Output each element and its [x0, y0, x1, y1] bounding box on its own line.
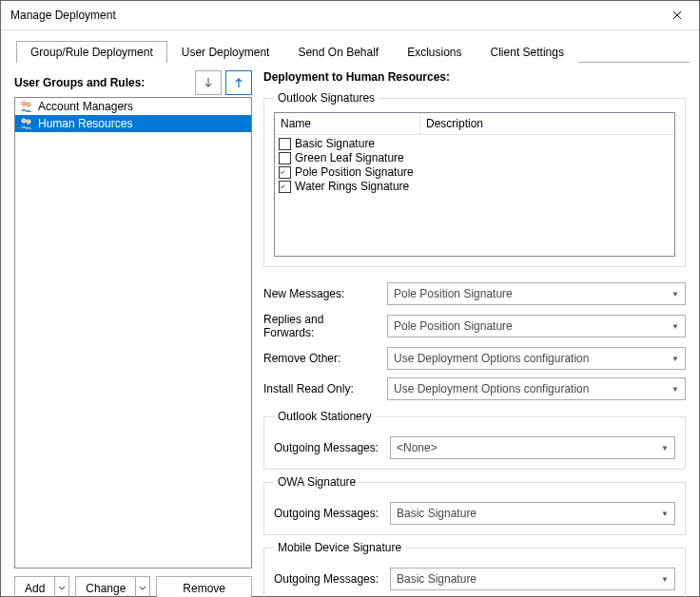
- arrow-down-icon: [203, 77, 214, 88]
- signature-name: Basic Signature: [295, 137, 375, 150]
- add-button-label: Add: [25, 582, 45, 595]
- chevron-down-icon: ▼: [671, 290, 679, 298]
- group-item-label: Account Managers: [38, 100, 133, 113]
- signature-row[interactable]: Water Rings Signature: [279, 180, 671, 193]
- combo-value: <None>: [397, 441, 438, 454]
- group-item-account-managers[interactable]: Account Managers: [15, 98, 251, 115]
- move-up-button[interactable]: [225, 70, 252, 95]
- people-icon: [19, 99, 34, 114]
- content-area: Group/Rule Deployment User Deployment Se…: [1, 30, 699, 597]
- group-item-human-resources[interactable]: Human Resources: [15, 115, 251, 132]
- combo-value: Basic Signature: [397, 572, 476, 586]
- remove-other-label: Remove Other:: [263, 352, 378, 365]
- tabs: Group/Rule Deployment User Deployment Se…: [16, 40, 690, 63]
- add-button-dropdown[interactable]: [55, 577, 68, 597]
- install-ro-combo[interactable]: Use Deployment Options configuration ▼: [387, 377, 686, 400]
- remove-button[interactable]: Remove: [156, 576, 252, 597]
- col-name[interactable]: Name: [275, 113, 420, 134]
- owa-signature-legend: OWA Signature: [274, 475, 360, 489]
- svg-point-3: [27, 120, 30, 124]
- mobile-signature-group: Mobile Device Signature Outgoing Message…: [263, 541, 686, 597]
- owa-outgoing-combo[interactable]: Basic Signature ▼: [390, 502, 675, 525]
- outlook-stationery-legend: Outlook Stationery: [274, 410, 376, 423]
- people-icon: [19, 116, 34, 131]
- change-button-dropdown[interactable]: [136, 577, 149, 597]
- col-description[interactable]: Description: [420, 113, 674, 134]
- check-icon: [280, 182, 285, 192]
- signature-row[interactable]: Pole Position Signature: [279, 165, 671, 179]
- signature-settings: New Messages: Pole Position Signature ▼ …: [263, 277, 686, 400]
- tab-user-deployment[interactable]: User Deployment: [167, 41, 284, 63]
- group-item-label: Human Resources: [38, 117, 132, 130]
- chevron-down-icon: [58, 585, 66, 592]
- outlook-stationery-group: Outlook Stationery Outgoing Messages: <N…: [263, 410, 686, 470]
- signature-name: Water Rings Signature: [295, 180, 409, 193]
- chevron-down-icon: ▼: [671, 322, 679, 331]
- mobile-signature-legend: Mobile Device Signature: [274, 541, 405, 554]
- chevron-down-icon: ▼: [671, 385, 679, 394]
- user-groups-title: User Groups and Rules:: [14, 76, 145, 89]
- combo-value: Pole Position Signature: [394, 319, 513, 333]
- chevron-down-icon: [139, 585, 146, 592]
- owa-outgoing-label: Outgoing Messages:: [274, 507, 380, 520]
- check-icon: [280, 167, 285, 178]
- change-button[interactable]: Change: [75, 576, 150, 597]
- move-down-button[interactable]: [195, 70, 222, 95]
- chevron-down-icon: ▼: [661, 444, 669, 453]
- add-button[interactable]: Add: [14, 576, 69, 597]
- tab-group-rule-deployment[interactable]: Group/Rule Deployment: [16, 41, 167, 63]
- right-pane: Deployment to Human Resources: Outlook S…: [263, 70, 686, 597]
- svg-point-0: [22, 102, 26, 106]
- combo-value: Use Deployment Options configuration: [394, 352, 589, 365]
- signature-row[interactable]: Basic Signature: [279, 137, 671, 150]
- remove-button-label: Remove: [183, 582, 225, 595]
- stationery-outgoing-combo[interactable]: <None> ▼: [390, 436, 675, 459]
- groups-list[interactable]: Account Managers Human Resources: [14, 97, 252, 568]
- tab-client-settings[interactable]: Client Settings: [476, 41, 578, 63]
- combo-value: Basic Signature: [397, 507, 476, 520]
- tab-send-on-behalf[interactable]: Send On Behalf: [283, 41, 393, 63]
- chevron-down-icon: ▼: [661, 510, 669, 518]
- new-messages-label: New Messages:: [263, 287, 378, 300]
- outlook-signatures-legend: Outlook Signatures: [274, 91, 379, 105]
- signature-name: Green Leaf Signature: [295, 151, 404, 164]
- signature-row[interactable]: Green Leaf Signature: [279, 151, 671, 164]
- new-messages-combo[interactable]: Pole Position Signature ▼: [387, 282, 686, 305]
- tab-exclusions[interactable]: Exclusions: [393, 41, 476, 63]
- replies-combo[interactable]: Pole Position Signature ▼: [387, 315, 686, 337]
- signatures-list-header: Name Description: [275, 113, 674, 135]
- svg-point-1: [27, 103, 30, 106]
- replies-label: Replies and Forwards:: [263, 313, 378, 339]
- manage-deployment-window: Manage Deployment Group/Rule Deployment …: [0, 0, 700, 597]
- chevron-down-icon: ▼: [671, 355, 679, 363]
- main-area: User Groups and Rules:: [10, 70, 690, 597]
- outlook-signatures-group: Outlook Signatures Name Description Basi…: [263, 91, 686, 267]
- checkbox[interactable]: [279, 166, 291, 179]
- deployment-title: Deployment to Human Resources:: [263, 70, 686, 84]
- combo-value: Pole Position Signature: [394, 287, 513, 300]
- close-icon[interactable]: [655, 1, 699, 29]
- mobile-outgoing-label: Outgoing Messages:: [274, 572, 380, 586]
- checkbox[interactable]: [279, 181, 291, 193]
- mobile-outgoing-combo[interactable]: Basic Signature ▼: [390, 568, 675, 590]
- signature-name: Pole Position Signature: [295, 165, 414, 179]
- svg-point-2: [22, 119, 26, 123]
- signatures-list[interactable]: Name Description Basic Signature Green L…: [274, 112, 675, 257]
- checkbox[interactable]: [279, 138, 291, 150]
- window-title: Manage Deployment: [10, 9, 116, 22]
- left-pane: User Groups and Rules:: [14, 70, 252, 597]
- remove-other-combo[interactable]: Use Deployment Options configuration ▼: [387, 347, 686, 370]
- arrow-up-icon: [233, 77, 244, 88]
- stationery-outgoing-label: Outgoing Messages:: [274, 441, 380, 454]
- combo-value: Use Deployment Options configuration: [394, 382, 589, 395]
- chevron-down-icon: ▼: [661, 575, 669, 584]
- checkbox[interactable]: [279, 152, 291, 164]
- owa-signature-group: OWA Signature Outgoing Messages: Basic S…: [263, 475, 686, 535]
- change-button-label: Change: [86, 582, 126, 595]
- titlebar: Manage Deployment: [1, 1, 699, 30]
- install-ro-label: Install Read Only:: [263, 382, 378, 395]
